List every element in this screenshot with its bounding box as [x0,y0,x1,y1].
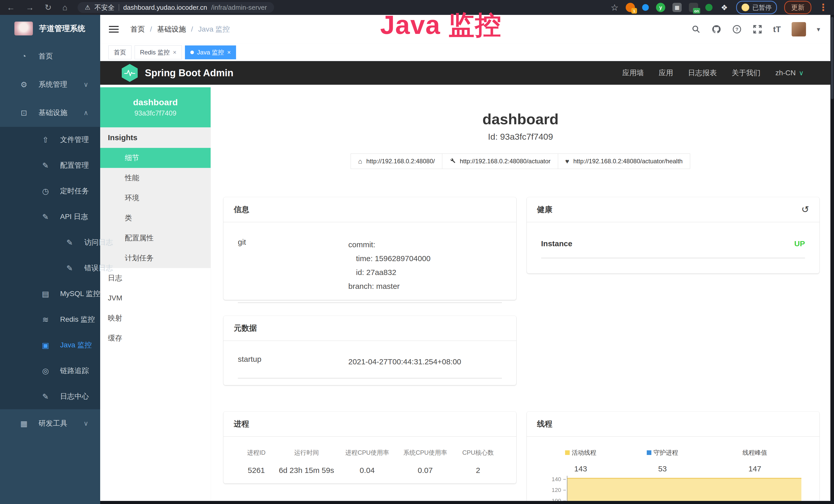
sba-insights-section: Insights 细节 性能 环境 类 配置属性 计划任务 [100,127,211,268]
instance-title: dashboard [211,110,830,128]
sidebar-item-label: 定时任务 [60,186,89,196]
tag-java-monitor[interactable]: Java 监控 × [185,45,236,59]
service-url-button[interactable]: ⌂ http://192.168.0.2:48080/ [351,154,442,169]
sba-item-metrics[interactable]: 性能 [100,168,211,188]
back-icon[interactable]: ← [7,3,15,12]
sidebar-item-trace[interactable]: ◎ 链路追踪 [0,358,100,384]
sba-item-mappings[interactable]: 映射 [100,308,211,328]
sidebar-item-dev-tools[interactable]: ▦ 研发工具 ∨ [0,409,100,437]
sba-item-jvm[interactable]: JVM [100,288,211,308]
card-title: 健康 [537,204,552,215]
cell-value: 6d 23h 15m 59s [275,466,338,475]
sidebar-item-log-center[interactable]: ✎ 日志中心 [0,384,100,409]
sba-item-scheduled[interactable]: 计划任务 [100,248,211,268]
update-button[interactable]: 更新 [784,1,811,14]
browser-scrollbar[interactable] [830,15,834,504]
address-bar[interactable]: ⚠ 不安全 dashboard.yudao.iocoder.cn/infra/a… [78,2,274,13]
sba-app-header[interactable]: dashboard 93a3fc7f7409 [100,87,211,127]
history-icon[interactable]: ↺ [802,204,809,215]
cards-column-left: 信息 git commit: time: 1596289704000 id: 2… [223,197,516,483]
sidebar-item-api-log[interactable]: ✎ API 日志 ∧ [0,204,100,230]
legend-item: 守护进程 [620,449,705,457]
sba-content: dashboard Id: 93a3fc7f7409 ⌂ http://192.… [211,85,830,501]
fullscreen-icon[interactable] [752,24,762,34]
column-header: 进程ID [238,449,275,457]
grid-extension-icon[interactable]: ▦ [673,3,682,12]
forward-icon[interactable]: → [26,3,34,12]
sidebar-item-label: Java 监控 [60,340,92,350]
close-icon[interactable]: × [173,49,176,56]
row-value: commit: time: 1596289704000 id: 27aa832 … [348,238,431,293]
search-icon[interactable] [692,25,701,34]
security-label[interactable]: 不安全 [94,3,114,12]
sba-item-config-props[interactable]: 配置属性 [100,228,211,248]
sba-brand[interactable]: Spring Boot Admin [122,64,234,82]
sidebar-item-system[interactable]: ⚙ 系统管理 ∨ [0,70,100,98]
sba-nav-wallboard[interactable]: 应用墙 [622,68,644,78]
window-bottom-edge [100,501,830,504]
collapse-sidebar-icon[interactable] [109,24,119,35]
app-logo-row[interactable]: 芋道管理系统 [0,15,100,42]
actuator-url-button[interactable]: http://192.168.0.2:48080/actuator [442,154,558,169]
bookmark-star-icon[interactable]: ☆ [611,2,618,13]
live-threads-area [567,478,802,501]
y-axis-tick: 120 [541,487,561,494]
sba-locale-select[interactable]: zh-CN ∨ [775,69,804,77]
help-icon[interactable]: ? [732,24,742,34]
cell-value: 2 [454,466,502,475]
legend-label: 守护进程 [654,449,678,457]
sidebar-item-scheduled-task[interactable]: ◷ 定时任务 [0,178,100,204]
sba-item-details[interactable]: 细节 [100,148,211,168]
sba-item-logs[interactable]: 日志 [100,268,211,288]
sidebar-item-redis-monitor[interactable]: ≋ Redis 监控 [0,306,100,332]
sidebar-item-java-monitor[interactable]: ▣ Java 监控 [0,332,100,358]
user-menu-caret-icon[interactable]: ▾ [817,25,820,33]
sidebar-item-error-log[interactable]: ✎ 错误日志 [0,255,100,281]
table-row[interactable]: Instance UP [541,239,805,258]
sidebar-item-home[interactable]: ◔ 首页 [0,42,100,70]
health-url-button[interactable]: ♥ http://192.168.0.2:48080/actuator/heal… [558,154,690,169]
home-icon: ⌂ [358,157,362,165]
reload-icon[interactable]: ↻ [45,3,52,12]
gear-icon: ⚙ [18,80,30,89]
pin-extension-icon[interactable] [642,4,649,11]
sba-nav-about[interactable]: 关于我们 [732,68,761,78]
chevron-up-icon: ∧ [84,109,88,117]
column-header: 系统CPU使用率 [396,449,454,457]
sidebar-item-config-manage[interactable]: ✎ 配置管理 [0,153,100,178]
font-size-icon[interactable]: tT [773,25,781,34]
extensions-puzzle-icon[interactable]: ❖ [720,3,729,12]
y-extension-icon[interactable]: y [656,3,665,12]
redis-icon: ≋ [40,315,51,324]
daemon-threads-value: 53 [620,464,705,473]
sba-item-classes[interactable]: 类 [100,208,211,228]
browser-home-icon[interactable]: ⌂ [62,3,67,12]
switch-extension-icon[interactable]: on [689,3,698,12]
breadcrumb-infra[interactable]: 基础设施 [157,24,186,34]
tag-redis-monitor[interactable]: Redis 监控 × [135,45,182,59]
paused-profile-chip[interactable]: 已暂停 [736,1,777,14]
user-avatar[interactable] [792,22,806,37]
scrollbar-thumb[interactable] [831,17,833,99]
github-icon[interactable] [711,24,721,34]
extension-icon[interactable]: 1 [626,3,635,12]
sba-nav-journal[interactable]: 日志报表 [688,68,717,78]
info-card: 信息 git commit: time: 1596289704000 id: 2… [223,197,516,300]
sba-item-environment[interactable]: 环境 [100,188,211,208]
leaf-extension-icon[interactable] [705,4,712,11]
heartbeat-icon: ♥ [565,157,569,165]
active-dot [190,51,194,54]
close-icon[interactable]: × [227,49,231,56]
sidebar-item-file-manage[interactable]: ⇧ 文件管理 [0,127,100,153]
sidebar-item-infra[interactable]: ⊡ 基础设施 ∧ [0,98,100,127]
sidebar-item-access-log[interactable]: ✎ 访问日志 [0,230,100,255]
extension-badge: 1 [631,8,637,14]
sidebar-item-mysql-monitor[interactable]: ▤ MySQL 监控 [0,281,100,306]
sba-item-caches[interactable]: 缓存 [100,328,211,348]
sba-nav-applications[interactable]: 应用 [659,68,673,78]
tag-home[interactable]: 首页 [108,45,132,59]
breadcrumb-home[interactable]: 首页 [130,24,145,34]
browser-menu-icon[interactable]: ⋮ [818,2,828,13]
legend-label: 活动线程 [572,449,596,457]
git-time-line: time: 1596289704000 [348,252,431,266]
